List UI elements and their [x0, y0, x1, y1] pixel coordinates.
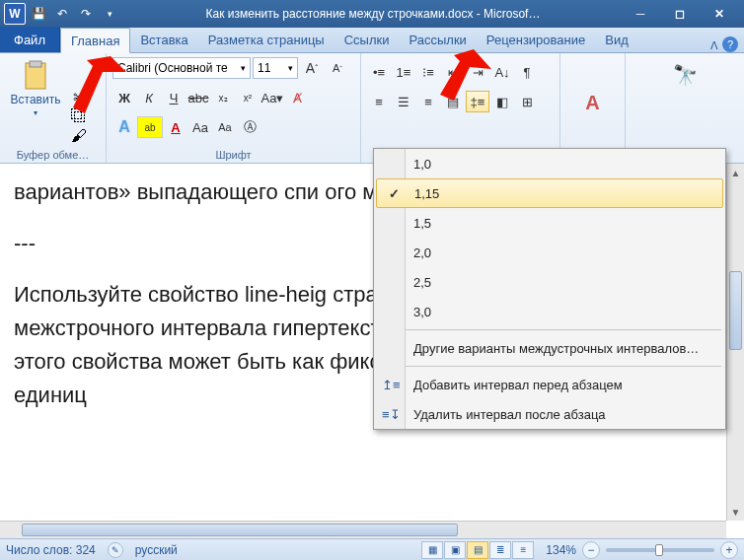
tab-review[interactable]: Рецензирование: [477, 27, 595, 52]
zoom-out-button[interactable]: −: [582, 541, 600, 559]
horizontal-scrollbar[interactable]: [0, 521, 726, 538]
justify-button[interactable]: ▤: [441, 91, 465, 112]
character-border-icon[interactable]: Ⓐ: [238, 116, 261, 138]
maximize-button[interactable]: ◻: [665, 5, 695, 23]
svg-rect-1: [30, 61, 41, 67]
align-left-button[interactable]: ≡: [367, 91, 391, 112]
group-clipboard: Вставить ▾ ✂ ⿻ 🖌 Буфер обме…: [0, 53, 107, 163]
font-color-button[interactable]: A: [164, 116, 187, 138]
styles-button[interactable]: A: [577, 86, 609, 119]
title-bar: W 💾 ↶ ↷ ▾ Как изменить расстояние между …: [0, 0, 744, 28]
status-bar: Число слов: 324 ✎ русский ▦ ▣ ▤ ≣ ≡ 134%…: [0, 538, 744, 560]
tab-page-layout[interactable]: Разметка страницы: [198, 27, 335, 52]
zoom-slider[interactable]: [606, 548, 714, 552]
change-case-button[interactable]: Aa▾: [260, 87, 284, 108]
minimize-button[interactable]: ─: [626, 5, 655, 23]
grow-font-icon[interactable]: Aˆ: [300, 57, 324, 79]
proofing-icon[interactable]: ✎: [108, 542, 123, 558]
line-spacing-button[interactable]: ‡≡: [466, 91, 489, 112]
zoom-level[interactable]: 134%: [546, 543, 576, 557]
cut-icon[interactable]: ✂: [69, 88, 89, 105]
view-print-layout[interactable]: ▦: [421, 541, 443, 559]
sort-button[interactable]: A↓: [490, 61, 514, 83]
zoom-thumb[interactable]: [655, 544, 663, 556]
font-size-selector[interactable]: 11▾: [253, 57, 298, 79]
clipboard-group-label: Буфер обме…: [6, 147, 100, 161]
help-icon[interactable]: ?: [722, 36, 738, 52]
bold-button[interactable]: Ж: [112, 87, 136, 108]
tab-home[interactable]: Главная: [60, 28, 130, 53]
scroll-thumb[interactable]: [22, 524, 458, 536]
remove-space-after[interactable]: ≡↧Удалить интервал после абзаца: [374, 399, 725, 429]
app-icon[interactable]: W: [4, 3, 26, 25]
underline-button[interactable]: Ч: [162, 87, 186, 108]
shading-button[interactable]: ◧: [490, 91, 514, 112]
bullets-button[interactable]: •≡: [367, 61, 391, 83]
spacing-option-1.5[interactable]: 1,5: [374, 208, 725, 238]
highlight-button[interactable]: ab: [137, 116, 163, 138]
spacing-options-more[interactable]: Другие варианты междустрочных интервалов…: [374, 333, 725, 363]
view-full-screen[interactable]: ▣: [444, 541, 466, 559]
paste-button[interactable]: Вставить ▾: [6, 57, 65, 147]
view-draft[interactable]: ≡: [512, 541, 534, 559]
ribbon-tabs: Файл Главная Вставка Разметка страницы С…: [0, 28, 744, 53]
redo-icon[interactable]: ↷: [75, 3, 97, 25]
tab-view[interactable]: Вид: [595, 27, 638, 52]
clear-formatting-icon[interactable]: Ⱥ: [285, 87, 309, 108]
add-space-before[interactable]: ↥≡Добавить интервал перед абзацем: [374, 370, 725, 399]
view-web-layout[interactable]: ▤: [467, 541, 488, 559]
view-outline[interactable]: ≣: [489, 541, 511, 559]
increase-indent-button[interactable]: ⇥: [466, 61, 489, 83]
paste-label: Вставить: [11, 93, 61, 106]
file-tab[interactable]: Файл: [0, 27, 60, 52]
spacing-option-3.0[interactable]: 3,0: [374, 297, 725, 326]
language-indicator[interactable]: русский: [135, 543, 178, 557]
close-button[interactable]: ✕: [705, 5, 734, 23]
shrink-font2-button[interactable]: Aa: [213, 116, 237, 138]
word-count[interactable]: Число слов: 324: [6, 543, 96, 557]
save-icon[interactable]: 💾: [28, 3, 49, 25]
chevron-down-icon: ▾: [288, 63, 293, 73]
align-center-button[interactable]: ☰: [392, 91, 415, 112]
spacing-option-2.5[interactable]: 2,5: [374, 267, 725, 297]
multilevel-list-button[interactable]: ⁝≡: [416, 61, 440, 83]
line-spacing-menu: 1,0 ✓1,15 1,5 2,0 2,5 3,0 Другие вариант…: [373, 148, 726, 430]
binoculars-icon: 🔭: [669, 59, 701, 91]
tab-insert[interactable]: Вставка: [130, 27, 197, 52]
spacing-option-1.0[interactable]: 1,0: [374, 149, 725, 178]
group-font: Calibri (Основной те▾ 11▾ Aˆ Aˇ Ж К Ч ab…: [107, 53, 361, 163]
tab-mailings[interactable]: Рассылки: [400, 27, 477, 52]
font-name-selector[interactable]: Calibri (Основной те▾: [112, 57, 251, 79]
show-marks-button[interactable]: ¶: [515, 61, 539, 83]
tab-references[interactable]: Ссылки: [335, 27, 400, 52]
numbering-button[interactable]: 1≡: [392, 61, 415, 83]
qat-customize-icon[interactable]: ▾: [99, 3, 120, 25]
spacing-option-1.15[interactable]: ✓1,15: [376, 178, 723, 208]
align-right-button[interactable]: ≡: [416, 91, 440, 112]
add-space-before-icon: ↥≡: [382, 379, 401, 391]
chevron-down-icon: ▾: [34, 108, 37, 117]
superscript-button[interactable]: x²: [236, 87, 260, 108]
subscript-button[interactable]: x₂: [211, 87, 235, 108]
group-paragraph: •≡ 1≡ ⁝≡ ⇤ ⇥ A↓ ¶ ≡ ☰ ≡ ▤ ‡≡ ◧ ⊞: [361, 53, 560, 163]
copy-icon[interactable]: ⿻: [69, 107, 89, 125]
borders-button[interactable]: ⊞: [515, 91, 539, 112]
shrink-font-icon[interactable]: Aˇ: [326, 57, 349, 79]
strikethrough-button[interactable]: abc: [186, 87, 210, 108]
vertical-scrollbar[interactable]: ▲ ▼: [726, 164, 744, 521]
undo-icon[interactable]: ↶: [51, 3, 73, 25]
scroll-up-icon[interactable]: ▲: [727, 164, 744, 181]
minimize-ribbon-icon[interactable]: ᐱ: [710, 39, 718, 52]
grow-font2-button[interactable]: Aa: [188, 116, 212, 138]
scroll-thumb[interactable]: [729, 271, 742, 350]
find-button[interactable]: 🔭: [669, 57, 701, 91]
italic-button[interactable]: К: [137, 87, 161, 108]
format-painter-icon[interactable]: 🖌: [69, 127, 89, 145]
scroll-down-icon[interactable]: ▼: [727, 503, 744, 521]
zoom-in-button[interactable]: +: [720, 541, 738, 559]
font-group-label: Шрифт: [112, 147, 354, 161]
text-effects-button[interactable]: A: [112, 116, 136, 138]
paste-icon: [20, 59, 51, 91]
decrease-indent-button[interactable]: ⇤: [441, 61, 465, 83]
spacing-option-2.0[interactable]: 2,0: [374, 238, 725, 267]
